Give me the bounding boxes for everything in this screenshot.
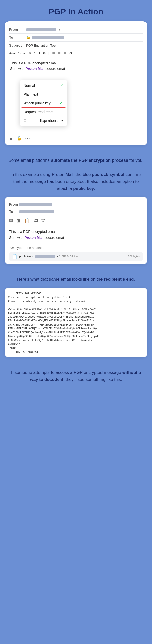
chevron-down-icon: ▼ (58, 28, 61, 31)
subject-value: PGP Encryption Test (26, 44, 56, 47)
recipient-from-row: From (9, 201, 143, 208)
to-value: 🔒 (26, 35, 64, 39)
compose-body: This is a PGP encrypted email. Sent with… (9, 57, 143, 77)
from-redacted (26, 28, 56, 31)
body-line1: This is a PGP encrypted email. (10, 60, 142, 66)
file-name: publickey - - 0x5E864DE9.asc (19, 255, 80, 258)
dropdown-item-read-receipt[interactable]: Request read receipt (20, 108, 67, 116)
dropdown-label-expiration: Expiration time (40, 118, 63, 123)
subject-row: Subject PGP Encryption Test (9, 42, 143, 49)
tag-icon[interactable]: 🏷 (33, 218, 38, 223)
recipient-body: This is a PGP encrypted email. Sent with… (9, 225, 143, 244)
subject-label: Subject (9, 43, 26, 47)
italic-button[interactable]: I (33, 51, 36, 55)
dropdown-menu: Normal ✓ Plain text Attach public key ✓ … (20, 80, 67, 126)
lock-icon: 🔒 (26, 35, 30, 39)
expiration-icon: ⏱ (24, 119, 27, 122)
dropdown-label-normal: Normal (24, 84, 35, 88)
body-line2: Sent with Proton Mail secure email. (10, 66, 142, 71)
description-3: If someone attempts to access a PGP encr… (0, 364, 152, 390)
pgp-card-content: -----BEGIN PGP MESSAGE----- Version: Flo… (5, 288, 147, 357)
recipient-from-redacted (19, 203, 52, 206)
dropdown-label-plaintext: Plain text (24, 92, 38, 96)
underline-button[interactable]: U (37, 51, 41, 55)
from-label: From (9, 28, 26, 32)
toolbar-font: Arial (9, 51, 16, 55)
recipient-card: From To ✉ 🗑 📋 🏷 ▽ This is a PGP encrypte… (5, 197, 147, 264)
align-right-button[interactable]: ≣ (63, 51, 67, 55)
description-1: Some email platforms automate the PGP en… (0, 151, 152, 197)
lock-footer-icon[interactable]: 🔒 (17, 136, 22, 141)
pgp-text: -----BEGIN PGP MESSAGE----- Version: Flo… (8, 292, 144, 354)
description-2: Here's what that same email looks like o… (0, 270, 152, 288)
to-row: To 🔒 (9, 34, 143, 42)
align-left-button[interactable]: ≣ (51, 51, 56, 55)
dropdown-item-plaintext[interactable]: Plain text (20, 90, 67, 99)
format-button[interactable]: G (42, 51, 46, 55)
from-row: From ▼ (9, 26, 143, 34)
recipient-to-redacted (19, 210, 54, 213)
reply-icon[interactable]: ✉ (9, 218, 13, 223)
toolbar-divider: | (48, 51, 49, 55)
copy-icon[interactable]: 📋 (24, 218, 30, 223)
check-icon-normal: ✓ (60, 83, 63, 88)
from-value: ▼ (26, 28, 61, 31)
recipient-from-label: From (9, 202, 19, 206)
proton-mail-link[interactable]: Proton Mail (25, 67, 44, 71)
attachment-file[interactable]: 📄 publickey - - 0x5E864DE9.asc 706 bytes (9, 252, 143, 261)
recipient-to-value (19, 210, 54, 213)
more-icon[interactable]: ▽ (41, 218, 45, 223)
recipient-from-value (19, 203, 52, 206)
dropdown-label-read-receipt: Request read receipt (24, 110, 56, 114)
align-center-button[interactable]: ≣ (57, 51, 61, 55)
toolbar-row: Arial 14px B I U G | ≣ ≣ ≣ G (9, 49, 143, 57)
check-icon-attach: ✓ (60, 101, 63, 105)
file-key: 0x5E864DE9.asc (59, 255, 80, 258)
recipient-body-line2: Sent with Proton Mail secure email. (9, 235, 143, 241)
recipient-to-label: To (9, 210, 19, 214)
recipient-toolbar: ✉ 🗑 📋 🏷 ▽ (9, 215, 143, 225)
dropdown-item-attach-key[interactable]: Attach public key ✓ (21, 99, 66, 108)
more-options-icon[interactable]: ··· (25, 136, 30, 141)
recipient-proton-link[interactable]: Proton Mail (24, 236, 43, 240)
file-name-redacted (35, 255, 55, 258)
dropdown-item-expiration[interactable]: ⏱ Expiration time (20, 116, 67, 125)
to-label: To (9, 35, 26, 39)
pgp-message-card: -----BEGIN PGP MESSAGE----- Version: Flo… (5, 288, 147, 357)
dropdown-overlay: Normal ✓ Plain text Attach public key ✓ … (20, 80, 143, 126)
delete-icon[interactable]: 🗑 (16, 218, 21, 223)
toolbar-size: 14px (18, 51, 25, 55)
composer-footer: 🗑 🔒 ··· (9, 133, 143, 142)
dropdown-item-normal[interactable]: Normal ✓ (20, 81, 67, 90)
attachment-info-text: 706 bytes 1 file attached (9, 246, 44, 250)
file-icon: 📄 (12, 254, 17, 259)
composer-card: From ▼ To 🔒 Subject PGP Encryption Test … (5, 21, 147, 145)
attachment-info: 706 bytes 1 file attached (9, 244, 143, 251)
dropdown-label-attach-key: Attach public key (24, 101, 51, 105)
bold-button[interactable]: B (28, 51, 31, 55)
recipient-to-row: To (9, 208, 143, 215)
file-size: 706 bytes (128, 255, 140, 258)
to-redacted (32, 36, 64, 39)
trash-icon[interactable]: 🗑 (9, 136, 13, 141)
page-title: PGP In Action (0, 0, 152, 21)
extra-format-button[interactable]: G (69, 51, 73, 55)
recipient-body-line1: This is a PGP encrypted email. (9, 229, 143, 235)
